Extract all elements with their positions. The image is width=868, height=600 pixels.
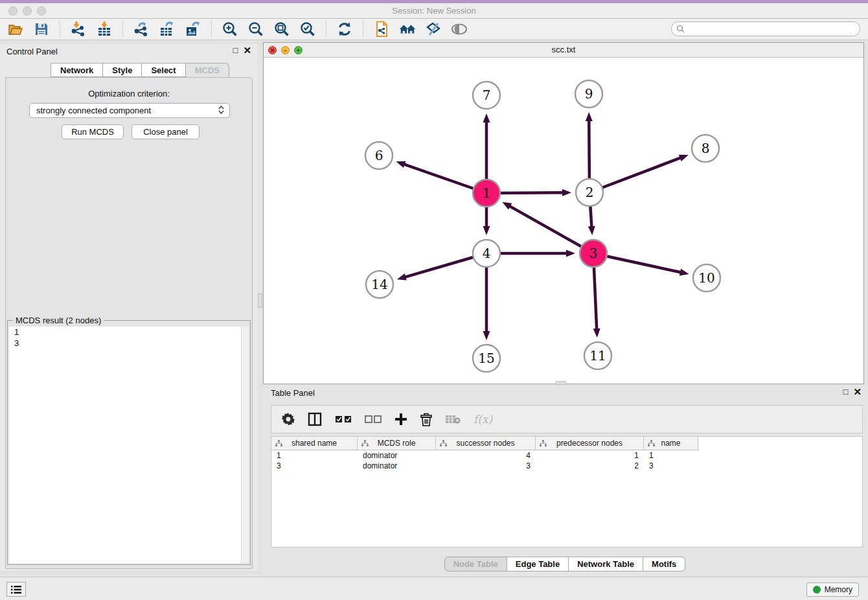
cell-mcds-role[interactable]: dominator bbox=[358, 450, 436, 461]
column-header-shared-name[interactable]: shared name bbox=[271, 437, 358, 450]
export-image-icon[interactable] bbox=[184, 20, 202, 38]
deselect-all-icon[interactable] bbox=[365, 415, 382, 423]
export-network-icon[interactable] bbox=[132, 20, 150, 38]
node-label-6: 6 bbox=[375, 148, 383, 163]
network-maximize-icon[interactable]: + bbox=[294, 46, 303, 54]
arrowhead-2-8 bbox=[679, 155, 689, 161]
column-header-mcds-role[interactable]: MCDS role bbox=[358, 437, 436, 450]
node-label-1: 1 bbox=[483, 185, 491, 201]
network-graph: 7968124314101511 bbox=[264, 58, 863, 384]
tab-node-table[interactable]: Node Table bbox=[444, 557, 507, 571]
result-scrollbar[interactable] bbox=[241, 327, 249, 563]
horizontal-splitter-handle[interactable] bbox=[556, 381, 566, 385]
node-label-11: 11 bbox=[589, 348, 606, 363]
cell-successor-nodes[interactable]: 4 bbox=[436, 450, 536, 461]
search-icon bbox=[676, 25, 685, 33]
toggle-labels-icon[interactable] bbox=[424, 20, 442, 38]
graphics-details-icon[interactable] bbox=[450, 20, 468, 38]
node-table: shared nameMCDS rolesuccessor nodesprede… bbox=[271, 436, 863, 548]
optimization-criterion-label: Optimization criterion: bbox=[6, 89, 252, 98]
table-row[interactable]: 1dominator411 bbox=[271, 450, 862, 461]
network-canvas[interactable]: 7968124314101511 bbox=[264, 58, 863, 384]
tab-network-table[interactable]: Network Table bbox=[569, 557, 643, 571]
cell-predecessor-nodes[interactable]: 1 bbox=[536, 450, 644, 461]
control-panel-tabs: NetworkStyleSelectMCDS bbox=[51, 63, 229, 77]
memory-button-label: Memory bbox=[825, 585, 852, 594]
add-column-icon[interactable] bbox=[394, 413, 407, 426]
column-header-predecessor-nodes[interactable]: predecessor nodes bbox=[536, 437, 644, 450]
tab-edge-table[interactable]: Edge Table bbox=[507, 557, 569, 571]
search-input[interactable] bbox=[687, 25, 849, 34]
cell-name[interactable]: 1 bbox=[644, 450, 698, 461]
task-history-button[interactable] bbox=[6, 582, 26, 597]
tab-select[interactable]: Select bbox=[142, 63, 185, 77]
tab-network[interactable]: Network bbox=[51, 63, 103, 77]
cell-shared-name[interactable]: 1 bbox=[271, 450, 358, 461]
result-line: 1 bbox=[9, 327, 249, 338]
memory-status-icon bbox=[813, 586, 821, 594]
table-header-row: shared nameMCDS rolesuccessor nodesprede… bbox=[271, 437, 698, 450]
function-builder-icon[interactable]: f(x) bbox=[474, 413, 492, 426]
close-panel-icon[interactable]: ✕ bbox=[853, 387, 862, 397]
zoom-selected-icon[interactable] bbox=[299, 20, 317, 38]
edge-3-1[interactable] bbox=[509, 206, 593, 253]
mac-close-icon[interactable] bbox=[8, 6, 17, 16]
import-table-icon[interactable] bbox=[95, 20, 113, 38]
cell-name[interactable]: 3 bbox=[644, 461, 698, 471]
node-label-2: 2 bbox=[586, 185, 594, 200]
arrowhead-4-14 bbox=[397, 273, 407, 281]
open-file-icon[interactable] bbox=[6, 20, 25, 38]
float-panel-icon[interactable]: □ bbox=[233, 46, 238, 55]
toolbar-separator bbox=[211, 21, 212, 38]
export-table-icon[interactable] bbox=[158, 20, 176, 38]
criterion-dropdown[interactable]: strongly connected component bbox=[29, 103, 230, 118]
close-panel-button[interactable]: Close panel bbox=[131, 124, 200, 139]
column-header-name[interactable]: name bbox=[644, 437, 698, 450]
cell-predecessor-nodes[interactable]: 2 bbox=[536, 461, 644, 471]
cell-shared-name[interactable]: 3 bbox=[271, 461, 358, 471]
table-row[interactable]: 3dominator323 bbox=[271, 461, 862, 471]
zoom-fit-icon[interactable] bbox=[273, 20, 291, 38]
node-label-3: 3 bbox=[589, 246, 598, 261]
mcds-result-title: MCDS result (2 nodes) bbox=[13, 316, 104, 325]
cell-mcds-role[interactable]: dominator bbox=[358, 461, 436, 471]
arrowhead-1-4 bbox=[483, 226, 490, 235]
gear-icon[interactable] bbox=[282, 413, 295, 426]
delete-table-icon[interactable] bbox=[445, 414, 461, 424]
cell-successor-nodes[interactable]: 3 bbox=[436, 461, 536, 471]
mac-minimize-icon[interactable] bbox=[23, 6, 32, 16]
mcds-result-list[interactable]: 13 bbox=[9, 327, 249, 563]
node-label-15: 15 bbox=[478, 351, 494, 366]
float-panel-icon[interactable]: □ bbox=[843, 387, 849, 397]
toolbar-separator bbox=[326, 21, 326, 38]
save-session-icon[interactable] bbox=[32, 20, 51, 38]
network-close-icon[interactable]: ✕ bbox=[268, 46, 277, 54]
select-all-icon[interactable] bbox=[335, 415, 352, 423]
table-panel-tabs: Node TableEdge TableNetwork TableMotifs bbox=[262, 557, 868, 571]
mcds-tab-content: Optimization criterion: strongly connect… bbox=[5, 77, 253, 569]
network-window-title: scc.txt bbox=[264, 43, 863, 57]
zoom-out-icon[interactable] bbox=[247, 20, 265, 38]
network-minimize-icon[interactable]: – bbox=[281, 46, 290, 54]
search-field[interactable] bbox=[671, 21, 860, 36]
mac-zoom-icon[interactable] bbox=[37, 6, 46, 16]
tab-motifs[interactable]: Motifs bbox=[643, 557, 685, 571]
arrowhead-2-3 bbox=[588, 226, 595, 235]
network-window-titlebar[interactable]: ✕ – + scc.txt bbox=[264, 43, 863, 58]
import-network-icon[interactable] bbox=[69, 20, 87, 38]
zoom-in-icon[interactable] bbox=[221, 20, 239, 38]
close-panel-icon[interactable]: ✕ bbox=[243, 46, 251, 55]
memory-button[interactable]: Memory bbox=[806, 583, 859, 597]
new-network-file-icon[interactable] bbox=[372, 20, 391, 38]
split-columns-icon[interactable] bbox=[308, 412, 322, 426]
apply-layout-icon[interactable] bbox=[336, 20, 354, 38]
edge-2-8[interactable] bbox=[589, 157, 681, 192]
toolbar-separator bbox=[363, 21, 363, 38]
first-neighbors-icon[interactable] bbox=[398, 20, 417, 38]
column-header-successor-nodes[interactable]: successor nodes bbox=[436, 437, 536, 450]
tab-mcds[interactable]: MCDS bbox=[186, 63, 229, 77]
run-mcds-button[interactable]: Run MCDS bbox=[62, 124, 124, 139]
tab-style[interactable]: Style bbox=[103, 63, 142, 77]
vertical-splitter-handle[interactable] bbox=[258, 294, 262, 308]
delete-column-icon[interactable] bbox=[420, 413, 432, 426]
